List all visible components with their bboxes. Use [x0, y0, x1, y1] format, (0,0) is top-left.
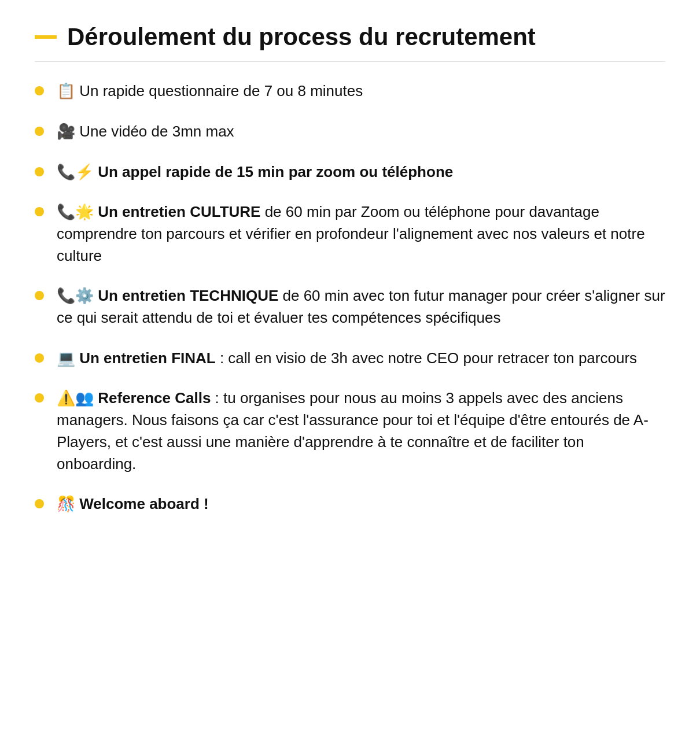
- list-item-entretien-technique: 📞⚙️ Un entretien TECHNIQUE de 60 min ave…: [35, 285, 665, 329]
- list-item-entretien-culture: 📞🌟 Un entretien CULTURE de 60 min par Zo…: [35, 201, 665, 267]
- item-text-entretien-culture: 📞🌟 Un entretien CULTURE de 60 min par Zo…: [57, 201, 665, 267]
- recruitment-steps-list: 📋 Un rapide questionnaire de 7 ou 8 minu…: [35, 80, 665, 515]
- header-accent-dash: [35, 35, 57, 39]
- item-text-entretien-final: 💻 Un entretien FINAL : call en visio de …: [57, 348, 665, 370]
- item-text-questionnaire: 📋 Un rapide questionnaire de 7 ou 8 minu…: [57, 80, 665, 102]
- list-item-questionnaire: 📋 Un rapide questionnaire de 7 ou 8 minu…: [35, 80, 665, 102]
- header-divider: [35, 61, 665, 62]
- bullet-dot: [35, 167, 44, 176]
- item-text-appel-rapide: 📞⚡ Un appel rapide de 15 min par zoom ou…: [57, 161, 665, 183]
- list-item-welcome: 🎊 Welcome aboard !: [35, 493, 665, 515]
- list-item-entretien-final: 💻 Un entretien FINAL : call en visio de …: [35, 348, 665, 370]
- list-item-video: 🎥 Une vidéo de 3mn max: [35, 121, 665, 143]
- list-item-appel-rapide: 📞⚡ Un appel rapide de 15 min par zoom ou…: [35, 161, 665, 183]
- bullet-dot: [35, 353, 44, 363]
- item-text-reference-calls: ⚠️👥 Reference Calls : tu organises pour …: [57, 388, 665, 475]
- bullet-dot: [35, 291, 44, 300]
- list-item-reference-calls: ⚠️👥 Reference Calls : tu organises pour …: [35, 388, 665, 475]
- page-title: Déroulement du process du recrutement: [67, 23, 536, 51]
- item-text-entretien-technique: 📞⚙️ Un entretien TECHNIQUE de 60 min ave…: [57, 285, 665, 329]
- bullet-dot: [35, 127, 44, 136]
- bullet-dot: [35, 207, 44, 216]
- page-header: Déroulement du process du recrutement: [35, 23, 665, 51]
- bullet-dot: [35, 86, 44, 95]
- bullet-dot: [35, 499, 44, 508]
- item-text-video: 🎥 Une vidéo de 3mn max: [57, 121, 665, 143]
- item-text-welcome: 🎊 Welcome aboard !: [57, 493, 665, 515]
- bullet-dot: [35, 393, 44, 403]
